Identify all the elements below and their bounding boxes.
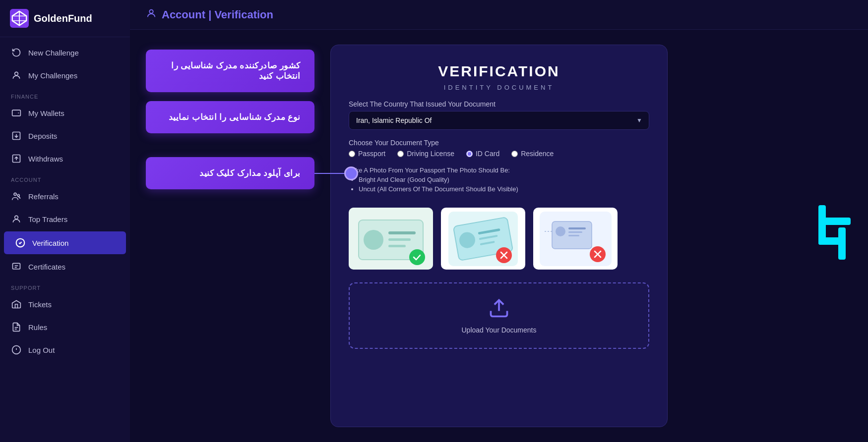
id-card-option[interactable]: ID Card: [466, 150, 499, 158]
withdraws-icon: [11, 153, 22, 164]
passport-radio[interactable]: [349, 151, 355, 157]
sidebar-label-my-wallets: My Wallets: [28, 109, 64, 117]
photo-tips-list: Bright And Clear (Good Quality) Uncut (A…: [349, 176, 649, 193]
svg-rect-40: [568, 231, 582, 233]
sidebar-label-logout: Log Out: [28, 346, 55, 354]
sidebar-item-my-challenges[interactable]: My Challenges: [0, 64, 130, 87]
svg-point-28: [409, 249, 425, 265]
rules-icon: [11, 322, 22, 332]
sidebar-item-referrals[interactable]: Referrals: [0, 185, 130, 208]
svg-rect-48: [823, 218, 851, 225]
doc-type-options: Passport Driving License ID Card Residen…: [349, 150, 649, 158]
photo-instructions-text: Take A Photo From Your Passport The Phot…: [349, 166, 649, 174]
wallet-icon: [11, 108, 22, 118]
sidebar-item-rules[interactable]: Rules: [0, 316, 130, 338]
arrow-line: [314, 173, 344, 174]
referrals-icon: [11, 191, 22, 202]
sidebar-item-deposits[interactable]: Deposits: [0, 124, 130, 147]
certificates-icon: [11, 261, 22, 272]
sidebar-label-referrals: Referrals: [28, 192, 59, 201]
deposits-icon: [11, 130, 22, 141]
sidebar-label-certificates: Certificates: [28, 263, 65, 271]
sidebar-nav: New Challenge My Challenges Finance My W…: [0, 37, 130, 442]
refresh-icon: [11, 47, 22, 58]
svg-rect-41: [568, 235, 579, 236]
sample-good: [349, 208, 433, 270]
sidebar-item-withdraws[interactable]: Withdraws: [0, 147, 130, 170]
steps-column: کشور صادرکننده مدرک شناسایی را انتخاب کن…: [146, 50, 314, 427]
sidebar-label-rules: Rules: [28, 323, 47, 332]
svg-point-10: [17, 194, 19, 196]
id-card-radio[interactable]: [466, 151, 473, 157]
challenges-icon: [11, 70, 22, 81]
passport-option[interactable]: Passport: [349, 150, 385, 158]
svg-rect-27: [388, 245, 406, 247]
upload-area[interactable]: Upload Your Documents: [349, 282, 649, 349]
passport-label: Passport: [358, 150, 385, 158]
sample-bad-1: [441, 208, 525, 270]
logo-text: GoldenFund: [34, 13, 92, 24]
sidebar-item-logout[interactable]: Log Out: [0, 338, 130, 361]
svg-point-9: [14, 193, 16, 195]
driving-license-radio[interactable]: [397, 151, 404, 157]
country-select[interactable]: Iran, Islamic Republic Of United States …: [349, 111, 649, 130]
tip-1: Bright And Clear (Good Quality): [359, 176, 649, 183]
verification-icon: [15, 237, 26, 248]
svg-point-24: [364, 230, 383, 250]
page-title: Account | Verification: [162, 8, 273, 21]
doc-type-label: Choose Your Document Type: [349, 139, 649, 147]
support-section-label: Support: [0, 278, 130, 293]
id-card-label: ID Card: [476, 150, 499, 158]
step3-button[interactable]: برای آپلود مدارک کلیک کنید: [146, 157, 314, 189]
svg-rect-47: [838, 227, 846, 260]
residence-label: Residence: [521, 150, 554, 158]
sidebar: GoldenFund New Challenge My Challenges F…: [0, 0, 130, 442]
driving-license-option[interactable]: Driving License: [397, 150, 454, 158]
logo: GoldenFund: [0, 0, 130, 37]
content-area: کشور صادرکننده مدرک شناسایی را انتخاب کن…: [130, 30, 868, 442]
svg-point-21: [149, 10, 153, 13]
svg-point-11: [15, 216, 18, 219]
svg-rect-25: [388, 231, 416, 234]
sidebar-label-my-challenges: My Challenges: [28, 71, 77, 80]
sidebar-item-tickets[interactable]: Tickets: [0, 293, 130, 316]
page-header: Account | Verification: [130, 0, 868, 30]
header-title-verification: Verification: [214, 8, 273, 21]
verif-title: VERIFICATION: [349, 63, 649, 80]
photo-instructions-section: Take A Photo From Your Passport The Phot…: [349, 166, 649, 195]
header-title-account: Account: [162, 8, 205, 21]
svg-point-5: [15, 72, 18, 75]
residence-radio[interactable]: [511, 151, 518, 157]
sidebar-label-withdraws: Withdraws: [28, 155, 63, 163]
account-section-label: Account: [0, 170, 130, 185]
country-select-wrapper: Iran, Islamic Republic Of United States …: [349, 111, 649, 130]
logout-icon: [11, 344, 22, 355]
step2-button[interactable]: نوع مدرک شناسایی را انتخاب نمایید: [146, 101, 314, 133]
step1-button[interactable]: کشور صادرکننده مدرک شناسایی را انتخاب کن…: [146, 50, 314, 92]
sidebar-label-top-traders: Top Traders: [28, 215, 67, 223]
sidebar-item-my-wallets[interactable]: My Wallets: [0, 102, 130, 124]
svg-rect-38: [556, 226, 565, 236]
sidebar-label-deposits: Deposits: [28, 132, 57, 140]
sidebar-label-verification: Verification: [32, 239, 68, 247]
header-separator: |: [208, 8, 214, 21]
sidebar-label-tickets: Tickets: [28, 300, 52, 309]
sidebar-item-certificates[interactable]: Certificates: [0, 255, 130, 278]
sidebar-item-verification[interactable]: Verification: [4, 231, 126, 254]
residence-option[interactable]: Residence: [511, 150, 554, 158]
driving-license-label: Driving License: [407, 150, 454, 158]
sample-bad-2: [533, 208, 618, 270]
logo-icon: [10, 9, 29, 28]
sample-images: [349, 208, 649, 270]
top-traders-icon: [11, 214, 22, 224]
arrow-circle: [344, 166, 358, 180]
svg-rect-26: [388, 238, 411, 241]
sidebar-item-new-challenge[interactable]: New Challenge: [0, 41, 130, 64]
upload-label: Upload Your Documents: [462, 326, 537, 334]
right-decoration: [813, 200, 858, 272]
upload-button-wrapper: برای آپلود مدارک کلیک کنید: [146, 157, 314, 189]
arrow-connector: [314, 166, 358, 180]
verif-subtitle: IDENTITY DOCUMENT: [349, 84, 649, 91]
sidebar-item-top-traders[interactable]: Top Traders: [0, 208, 130, 230]
upload-icon: [488, 297, 510, 321]
